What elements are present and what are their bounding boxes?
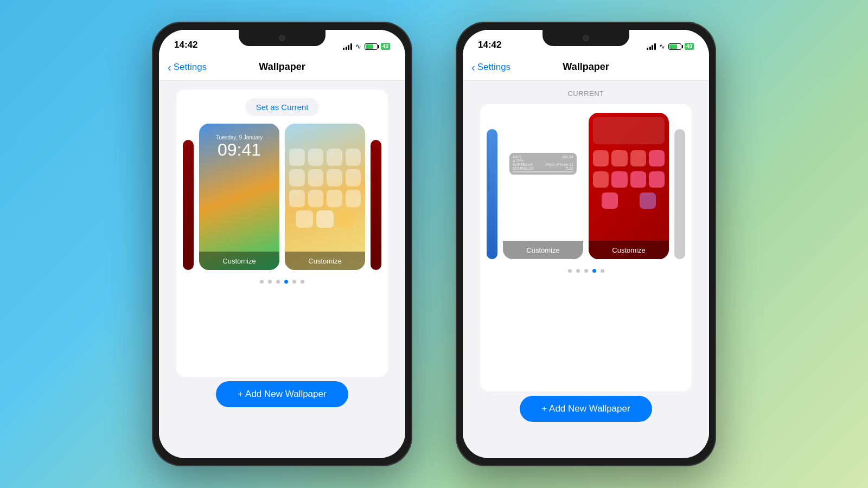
app-icon-p: [649, 171, 665, 188]
status-icons-left: ∿ 40: [343, 42, 390, 50]
dot-3: [276, 280, 280, 284]
notch-right: [542, 30, 629, 46]
battery-label-left: 40: [381, 43, 390, 50]
add-wallpaper-button-left[interactable]: + Add New Wallpaper: [216, 381, 348, 407]
home-screen-preview-right[interactable]: Customize: [589, 113, 669, 259]
time-left: 14:42: [174, 40, 197, 50]
app-row-4-left: [289, 210, 361, 228]
dot-4-active: [284, 280, 288, 284]
signal-right: [647, 43, 656, 50]
red-row-3: [593, 192, 665, 209]
notch-left: [239, 30, 326, 46]
dot-r2: [576, 269, 580, 273]
peek-right-dark: [371, 140, 381, 270]
home-customize-overlay-right[interactable]: Customize: [589, 241, 669, 259]
screen-content-left: Set as Current Tuesday, 9 January 09:41: [159, 81, 405, 458]
app-icon-pu: [640, 192, 656, 209]
camera-right: [583, 35, 589, 41]
red-row-2: [593, 171, 665, 188]
app-icon: [296, 210, 313, 228]
lock-time-left: 09:41: [206, 140, 273, 159]
lock-customize-overlay-left[interactable]: Customize: [199, 252, 279, 270]
app-icon-p: [630, 171, 646, 188]
app-icon: [308, 190, 324, 207]
home-screen-preview-left[interactable]: Customize: [285, 124, 365, 270]
app-row-2-left: [289, 169, 361, 187]
current-label: CURRENT: [567, 89, 604, 98]
back-button-left[interactable]: ‹ Settings: [168, 62, 207, 73]
lock-screen-preview-right[interactable]: Tuesday, 9 January 09:41 AAPL164.94 ● 75…: [503, 113, 583, 259]
lock-customize-text-right: Customize: [526, 246, 559, 254]
app-icon: [327, 190, 342, 207]
app-icon: [289, 190, 305, 207]
app-icon: [337, 210, 354, 228]
peek-right-gray: [674, 129, 685, 259]
battery-right: [668, 43, 681, 50]
back-button-right[interactable]: ‹ Settings: [471, 62, 510, 73]
lock-customize-text-left: Customize: [222, 257, 256, 265]
app-icon-r: [593, 171, 609, 188]
dot-6: [301, 280, 304, 284]
signal-left: [343, 43, 352, 50]
home-customize-overlay-left[interactable]: Customize: [285, 252, 365, 270]
lock-screen-preview-left[interactable]: Tuesday, 9 January 09:41 Customize: [199, 124, 279, 270]
wifi-icon-left: ∿: [355, 42, 361, 50]
dot-r4-active: [592, 269, 596, 273]
screen-content-right: CURRENT Tuesday, 9 January 09:41: [463, 81, 709, 458]
chevron-left-icon: ‹: [168, 62, 171, 73]
app-icon-r: [593, 150, 609, 166]
app-row-3-left: [289, 190, 361, 207]
wallpaper-previews-left: Tuesday, 9 January 09:41 Customize: [185, 124, 379, 270]
app-icon-p: [649, 150, 665, 166]
app-icon: [316, 210, 334, 228]
battery-left: [365, 43, 378, 50]
app-icon: [308, 149, 324, 166]
app-icon-p: [611, 171, 627, 188]
app-icon: [327, 149, 342, 166]
wifi-icon-right: ∿: [659, 42, 665, 50]
status-icons-right: ∿ 40: [647, 42, 694, 50]
nav-bar-left: ‹ Settings Wallpaper: [159, 54, 405, 81]
app-icon: [346, 169, 361, 187]
wallpaper-card-right: Tuesday, 9 January 09:41 AAPL164.94 ● 75…: [480, 104, 692, 391]
lock-bg-left: Tuesday, 9 January 09:41: [199, 124, 279, 270]
lock-customize-overlay-right[interactable]: Customize: [503, 241, 583, 259]
app-icon: [346, 190, 361, 207]
app-icon-r: [611, 150, 627, 166]
peek-left-dark: [183, 140, 194, 270]
red-row-1: [593, 150, 665, 166]
dot-2: [268, 280, 272, 284]
dot-1: [260, 280, 264, 284]
top-widget: [593, 117, 665, 144]
dot-5: [292, 280, 296, 284]
app-icon: [308, 169, 324, 187]
scene: 14:42 ∿ 40 ‹: [0, 0, 868, 488]
page-title-left: Wallpaper: [259, 61, 305, 73]
home-customize-text-right: Customize: [612, 246, 645, 254]
nav-bar-right: ‹ Settings Wallpaper: [463, 54, 709, 81]
home-customize-text-left: Customize: [308, 257, 341, 265]
battery-label-right: 40: [685, 43, 694, 50]
phone-left-inner: 14:42 ∿ 40 ‹: [159, 30, 405, 458]
lock-time-right: 09:41: [509, 130, 577, 149]
app-icon: [327, 169, 342, 187]
add-wallpaper-button-right[interactable]: + Add New Wallpaper: [520, 396, 652, 422]
lock-bg-right: Tuesday, 9 January 09:41 AAPL164.94 ● 75…: [503, 113, 583, 259]
set-as-current-button[interactable]: Set as Current: [245, 98, 320, 116]
app-row-1-left: [289, 149, 361, 166]
page-dots-right: [568, 269, 604, 273]
wallpaper-previews-right: Tuesday, 9 January 09:41 AAPL164.94 ● 75…: [489, 113, 683, 259]
app-icon: [289, 149, 305, 166]
dot-r5: [601, 269, 604, 273]
phone-right: 14:42 ∿ 40 ‹: [456, 22, 716, 466]
page-title-right: Wallpaper: [563, 61, 609, 73]
home-bg-left: [285, 124, 365, 270]
app-icon-r: [630, 150, 646, 166]
back-label-right: Settings: [477, 62, 510, 73]
phone-left: 14:42 ∿ 40 ‹: [152, 22, 412, 466]
app-icon-p: [602, 192, 618, 209]
back-label-left: Settings: [174, 62, 207, 73]
app-icon: [346, 149, 361, 166]
phone-right-inner: 14:42 ∿ 40 ‹: [463, 30, 709, 458]
home-bg-right: [589, 113, 669, 259]
